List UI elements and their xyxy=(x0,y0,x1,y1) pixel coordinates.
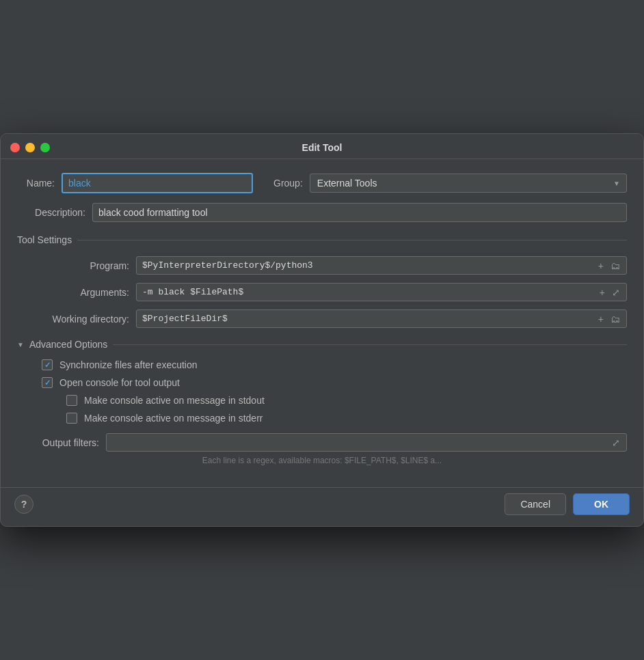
cancel-button[interactable]: Cancel xyxy=(505,493,566,515)
output-filters-label: Output filters: xyxy=(17,437,99,448)
description-row: Description: xyxy=(17,203,627,222)
console-stderr-checkbox[interactable] xyxy=(66,413,77,424)
title-bar: Edit Tool xyxy=(1,134,643,159)
arguments-row: Arguments: + ⤢ xyxy=(17,283,627,301)
maximize-window-button[interactable] xyxy=(40,143,50,152)
output-filters-row: Output filters: ⤢ xyxy=(17,433,627,452)
open-console-checkbox[interactable] xyxy=(42,377,53,388)
tool-settings-title: Tool Settings xyxy=(17,234,72,245)
dialog-content: Name: Group: External Tools ▼ Descriptio… xyxy=(1,159,643,487)
arguments-add-button[interactable]: + xyxy=(598,286,607,299)
sync-files-row: Synchronize files after execution xyxy=(17,359,627,370)
window-controls xyxy=(10,143,50,152)
close-window-button[interactable] xyxy=(10,143,20,152)
arguments-label: Arguments: xyxy=(33,287,129,298)
working-directory-input-wrapper: + 🗂 xyxy=(136,310,627,328)
ok-button[interactable]: OK xyxy=(573,493,630,515)
program-input-wrapper: + 🗂 xyxy=(136,256,627,275)
edit-tool-dialog: Edit Tool Name: Group: External Tools ▼ … xyxy=(0,133,644,527)
advanced-options-divider xyxy=(113,344,627,345)
program-browse-button[interactable]: 🗂 xyxy=(608,260,622,272)
action-buttons: Cancel OK xyxy=(505,493,630,515)
dialog-title: Edit Tool xyxy=(302,142,343,153)
working-directory-row: Working directory: + 🗂 xyxy=(17,310,627,328)
group-select[interactable]: External Tools xyxy=(310,174,627,193)
advanced-toggle-icon[interactable]: ▼ xyxy=(17,341,24,348)
group-select-wrapper: External Tools ▼ xyxy=(310,174,627,193)
open-console-row: Open console for tool output xyxy=(17,377,627,388)
program-add-button[interactable]: + xyxy=(596,260,606,272)
working-directory-browse-button[interactable]: 🗂 xyxy=(608,313,622,325)
name-input[interactable] xyxy=(62,173,253,193)
open-console-label: Open console for tool output xyxy=(59,377,180,388)
sync-files-label: Synchronize files after execution xyxy=(59,359,198,370)
program-label: Program: xyxy=(33,260,129,271)
program-row: Program: + 🗂 xyxy=(17,256,627,275)
output-filters-input-wrapper: ⤢ xyxy=(106,433,627,452)
help-button[interactable]: ? xyxy=(14,495,33,514)
working-directory-input[interactable] xyxy=(142,310,593,327)
output-filters-hint: Each line is a regex, available macros: … xyxy=(17,456,627,465)
console-stdout-label: Make console active on message in stdout xyxy=(84,395,265,406)
arguments-input-wrapper: + ⤢ xyxy=(136,283,627,301)
tool-settings-header: Tool Settings xyxy=(17,234,627,245)
advanced-options-title: Advanced Options xyxy=(29,339,107,350)
dialog-footer: ? Cancel OK xyxy=(1,487,643,526)
program-input[interactable] xyxy=(142,257,593,274)
name-group-row: Name: Group: External Tools ▼ xyxy=(17,173,627,193)
console-stderr-row: Make console active on message in stderr xyxy=(17,413,627,424)
working-directory-label: Working directory: xyxy=(33,314,129,325)
sync-files-checkbox[interactable] xyxy=(42,359,53,370)
output-filters-expand-button[interactable]: ⤢ xyxy=(610,437,622,449)
arguments-input[interactable] xyxy=(142,284,595,301)
console-stdout-checkbox[interactable] xyxy=(66,395,77,406)
arguments-expand-button[interactable]: ⤢ xyxy=(610,286,622,299)
group-label: Group: xyxy=(273,178,303,189)
description-label: Description: xyxy=(17,207,85,218)
minimize-window-button[interactable] xyxy=(25,143,35,152)
name-label: Name: xyxy=(17,178,55,189)
output-filters-input[interactable] xyxy=(112,434,610,451)
console-stdout-row: Make console active on message in stdout xyxy=(17,395,627,406)
description-input[interactable] xyxy=(92,203,627,222)
console-stderr-label: Make console active on message in stderr xyxy=(84,413,263,424)
advanced-options-header: ▼ Advanced Options xyxy=(17,339,627,350)
tool-settings-divider xyxy=(77,240,627,240)
working-directory-add-button[interactable]: + xyxy=(596,313,606,325)
